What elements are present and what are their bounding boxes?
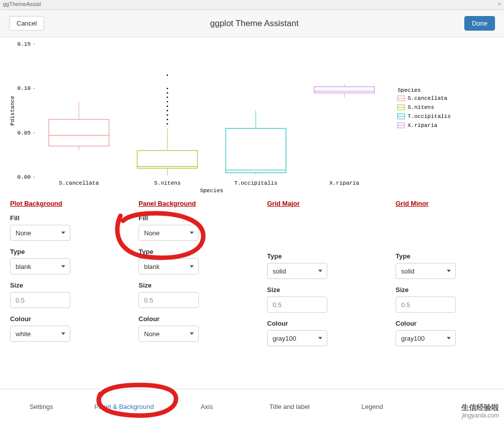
plot-preview: 0.000.050.100.15PdistanceS.cancellataS.n… [7, 39, 497, 195]
svg-point-18 [167, 123, 168, 125]
label-fill: Fill [10, 214, 108, 222]
svg-point-23 [167, 101, 168, 102]
label-size: Size [396, 286, 494, 294]
svg-text:S.cancellata: S.cancellata [408, 95, 448, 101]
label-type: Type [139, 248, 237, 255]
tab-settings[interactable]: Settings [0, 399, 83, 414]
page-title: ggplot Theme Assistant [44, 19, 464, 29]
section-title-plot-bg: Plot Background [10, 200, 108, 207]
section-title-panel-bg: Panel Background [139, 200, 237, 207]
label-type: Type [267, 252, 365, 260]
chevron-down-icon [61, 232, 65, 234]
svg-text:X.riparia: X.riparia [329, 180, 359, 186]
col-grid-minor: Grid Minor Type solid Size Colour gray10… [396, 200, 494, 346]
chevron-down-icon [190, 333, 194, 335]
tab-panel-background[interactable]: Panel & Background [83, 399, 166, 414]
svg-text:0.05: 0.05 [18, 130, 31, 136]
svg-text:Species: Species [398, 87, 421, 93]
cancel-button[interactable]: Cancel [9, 16, 44, 31]
label-fill: Fill [139, 214, 237, 222]
chevron-down-icon [447, 337, 451, 340]
chevron-down-icon [318, 337, 322, 340]
svg-text:0.10: 0.10 [18, 85, 31, 91]
done-button[interactable]: Done [464, 16, 495, 31]
svg-text:Species: Species [200, 188, 223, 194]
input-grid-minor-size[interactable] [396, 297, 456, 313]
label-type: Type [396, 252, 494, 260]
svg-text:0.00: 0.00 [18, 174, 31, 180]
svg-text:S.nitens: S.nitens [408, 104, 434, 110]
watermark: 生信经验啦 jingyanla.com [461, 403, 499, 419]
svg-rect-37 [314, 87, 374, 93]
svg-point-24 [167, 97, 168, 98]
tabs-bar: Settings Panel & Background Axis Title a… [0, 389, 504, 424]
svg-point-26 [167, 88, 168, 89]
svg-text:X.riparia: X.riparia [408, 122, 438, 128]
label-size: Size [139, 281, 237, 289]
input-grid-major-size[interactable] [267, 297, 327, 313]
tab-legend[interactable]: Legend [331, 399, 414, 414]
col-grid-major: Grid Major Type solid Size Colour gray10… [267, 200, 365, 346]
svg-rect-32 [226, 128, 286, 173]
label-colour: Colour [139, 315, 237, 323]
label-type: Type [10, 248, 108, 255]
label-size: Size [267, 286, 365, 294]
svg-text:T.occipitalis: T.occipitalis [234, 180, 278, 186]
label-size: Size [10, 281, 108, 289]
header: Cancel ggplot Theme Assistant Done [0, 10, 504, 37]
label-colour: Colour [267, 320, 365, 327]
svg-point-22 [167, 105, 168, 107]
window-title-bar: ggThemeAssist × [0, 0, 504, 10]
chevron-down-icon [61, 265, 65, 268]
label-colour: Colour [396, 320, 494, 327]
chevron-down-icon [190, 232, 194, 234]
svg-rect-16 [137, 151, 197, 168]
svg-rect-11 [49, 119, 109, 146]
controls-grid: Plot Background Fill None Type blank Siz… [0, 195, 504, 356]
svg-point-21 [167, 110, 168, 111]
tab-axis[interactable]: Axis [166, 399, 248, 414]
tab-title-label[interactable]: Title and label [248, 399, 331, 414]
svg-point-27 [167, 74, 168, 76]
chevron-down-icon [447, 270, 451, 272]
svg-text:Pdistance: Pdistance [10, 96, 16, 125]
watermark-line2: jingyanla.com [461, 412, 499, 419]
svg-text:0.15: 0.15 [18, 41, 31, 47]
svg-point-25 [167, 92, 168, 94]
input-panel-bg-size[interactable] [139, 292, 199, 308]
close-icon[interactable]: × [498, 1, 501, 9]
svg-text:S.nitens: S.nitens [154, 180, 181, 186]
svg-point-20 [167, 114, 168, 116]
chevron-down-icon [190, 265, 194, 268]
window-title: ggThemeAssist [3, 1, 41, 9]
svg-point-19 [167, 119, 168, 120]
section-title-grid-minor: Grid Minor [396, 200, 494, 207]
watermark-line1: 生信经验啦 [461, 403, 499, 412]
section-title-grid-major: Grid Major [267, 200, 365, 207]
chevron-down-icon [318, 270, 322, 272]
input-plot-bg-size[interactable] [10, 292, 70, 308]
svg-text:S.cancellata: S.cancellata [59, 180, 99, 186]
label-colour: Colour [10, 315, 108, 323]
chevron-down-icon [61, 333, 65, 335]
col-plot-background: Plot Background Fill None Type blank Siz… [10, 200, 108, 346]
col-panel-background: Panel Background Fill None Type blank Si… [139, 200, 237, 346]
svg-text:T.occipitalis: T.occipitalis [408, 113, 451, 119]
